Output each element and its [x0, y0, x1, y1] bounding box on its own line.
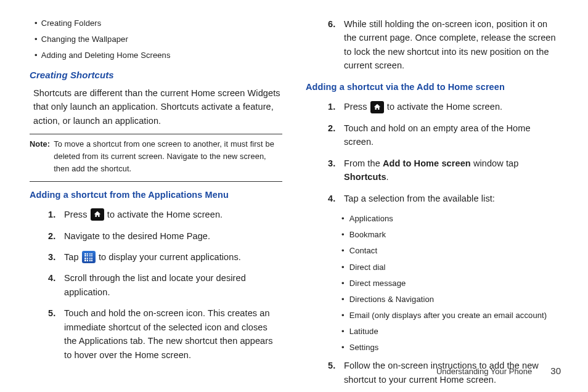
step-3: 3. Tap to display your current applicati…	[48, 250, 282, 264]
bullet-icon: •	[341, 325, 345, 338]
page-footer: Understanding Your Phone 30	[436, 365, 561, 376]
list-item-label: Email (only displays after you create an…	[349, 309, 547, 322]
steps-left: 1. Press to activate the Home screen. 2.…	[48, 208, 282, 362]
step-number: 5.	[328, 359, 344, 372]
list-item: •Email (only displays after you create a…	[341, 309, 562, 322]
list-item-label: Direct dial	[349, 261, 386, 274]
right-column: 6. While still holding the on-screen ico…	[309, 17, 562, 392]
step-2: 2. Touch and hold on an empty area of th…	[328, 121, 562, 149]
step-text: Tap a selection from the available list:	[344, 192, 562, 205]
top-bullet-list: •Creating Folders •Changing the Wallpape…	[35, 17, 282, 62]
note-label: Note:	[30, 138, 50, 174]
list-item-label: Direct message	[349, 277, 406, 290]
step-text: Touch and hold the on-screen icon. This …	[64, 306, 282, 362]
heading-adding-from-apps-menu: Adding a shortcut from the Applications …	[30, 188, 282, 202]
bullet-icon: •	[341, 261, 345, 274]
step-5: 5. Touch and hold the on-screen icon. Th…	[48, 306, 282, 362]
step-number: 2.	[48, 229, 64, 243]
list-item: •Creating Folders	[35, 17, 282, 30]
page-number: 30	[550, 365, 561, 376]
step-3: 3. From the Add to Home screen window ta…	[328, 157, 562, 184]
step-number: 5.	[48, 306, 64, 320]
note-block: Note: To move a shortcut from one screen…	[30, 138, 282, 174]
bullet-icon: •	[341, 229, 345, 241]
bullet-icon: •	[341, 213, 345, 225]
step-1: 1. Press to activate the Home screen.	[328, 100, 562, 113]
list-item-label: Adding and Deleting Home Screens	[41, 49, 171, 62]
list-item: •Adding and Deleting Home Screens	[35, 49, 282, 62]
apps-grid-icon	[82, 251, 96, 263]
bullet-icon: •	[341, 341, 345, 354]
bullet-icon: •	[341, 277, 345, 290]
list-item: •Direct message	[341, 277, 562, 290]
heading-creating-shortcuts: Creating Shortcuts	[30, 68, 282, 82]
list-item: •Settings	[341, 341, 562, 354]
bullet-icon: •	[35, 33, 38, 46]
step-number: 3.	[48, 250, 64, 264]
list-item: •Contact	[341, 245, 562, 257]
bullet-icon: •	[35, 49, 38, 62]
step-number: 1.	[328, 100, 344, 113]
step-number: 4.	[48, 271, 64, 285]
left-column: •Creating Folders •Changing the Wallpape…	[30, 17, 282, 392]
list-item: •Changing the Wallpaper	[35, 33, 282, 46]
home-icon	[370, 101, 384, 113]
steps-right-continued: 6. While still holding the on-screen ico…	[328, 17, 562, 73]
step-text: Press to activate the Home screen.	[64, 208, 282, 221]
step-text: Tap to display your current applications…	[64, 250, 282, 264]
footer-section-title: Understanding Your Phone	[436, 367, 532, 376]
bullet-icon: •	[341, 293, 345, 306]
step-number: 1.	[48, 208, 64, 221]
bullet-icon: •	[341, 245, 345, 257]
divider-top	[30, 134, 282, 134]
heading-adding-via-add-home: Adding a shortcut via the Add to Home sc…	[306, 80, 562, 94]
list-item: •Directions & Navigation	[341, 293, 562, 306]
bullet-icon: •	[35, 17, 38, 30]
note-text: To move a shortcut from one screen to an…	[54, 138, 282, 174]
list-item-label: Settings	[349, 341, 379, 354]
list-item-label: Creating Folders	[41, 17, 102, 30]
list-item: •Direct dial	[341, 261, 562, 274]
shortcuts-paragraph: Shortcuts are different than the current…	[33, 86, 282, 128]
step-number: 3.	[328, 157, 344, 170]
step-4: 4. Tap a selection from the available li…	[328, 192, 562, 205]
divider-bottom	[30, 181, 282, 182]
list-item-label: Contact	[349, 245, 378, 257]
step-1: 1. Press to activate the Home screen.	[48, 208, 282, 221]
step-text: Navigate to the desired Home Page.	[64, 229, 282, 243]
list-item: •Applications	[341, 213, 562, 225]
list-item-label: Directions & Navigation	[349, 293, 434, 306]
step-number: 6.	[328, 17, 344, 31]
shortcut-types-list: •Applications •Bookmark •Contact •Direct…	[341, 213, 562, 354]
list-item-label: Changing the Wallpaper	[41, 33, 128, 46]
step-text: From the Add to Home screen window tap S…	[344, 157, 562, 184]
list-item-label: Latitude	[349, 325, 378, 338]
step-number: 4.	[328, 192, 344, 205]
list-item-label: Applications	[349, 213, 393, 225]
page-content: •Creating Folders •Changing the Wallpape…	[0, 0, 588, 392]
step-text: Touch and hold on an empty area of the H…	[344, 121, 562, 149]
step-text: While still holding the on-screen icon, …	[344, 17, 562, 73]
list-item: •Latitude	[341, 325, 562, 338]
step-4: 4. Scroll through the list and locate yo…	[48, 271, 282, 299]
step-text: Press to activate the Home screen.	[344, 100, 562, 113]
bullet-icon: •	[341, 309, 345, 322]
step-6: 6. While still holding the on-screen ico…	[328, 17, 562, 73]
list-item-label: Bookmark	[349, 229, 386, 241]
list-item: •Bookmark	[341, 229, 562, 241]
steps-right: 1. Press to activate the Home screen. 2.…	[328, 100, 562, 205]
step-2: 2. Navigate to the desired Home Page.	[48, 229, 282, 243]
step-text: Scroll through the list and locate your …	[64, 271, 282, 299]
home-icon	[91, 208, 104, 221]
step-number: 2.	[328, 121, 344, 135]
